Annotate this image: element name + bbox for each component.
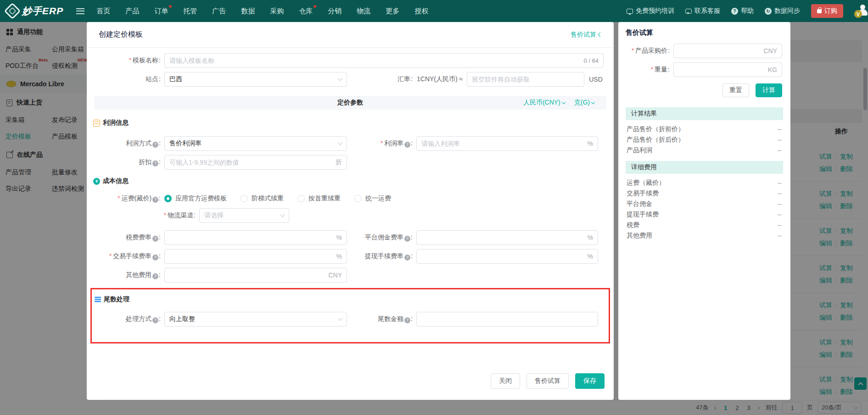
fee-section-header: 详细费用 (626, 161, 783, 174)
purchase-price-row: *产品采购价 CNY (626, 44, 783, 58)
cost-icon: ¥ (93, 178, 100, 185)
bag-icon (817, 9, 822, 13)
profit-mode-select[interactable]: 售价利润率 (164, 136, 347, 151)
trial-panel-buttons: 重置 计算 (626, 83, 782, 97)
commission-rate-input[interactable] (421, 234, 585, 241)
profit-rate-input[interactable] (421, 140, 585, 147)
help-icon[interactable]: ? (152, 236, 158, 242)
profit-rate-label: 利润率 (384, 139, 403, 147)
modal-footer: 关闭 售价试算 保存 (87, 373, 614, 400)
fee-row: 交易手续费-- (626, 188, 783, 199)
nav-item-warehouse[interactable]: 仓库 (299, 7, 313, 16)
nav-item-purchase[interactable]: 采购 (270, 7, 284, 16)
purchase-price-label: 产品采购价 (635, 47, 667, 54)
handle-mode-label: 处理方式 (126, 315, 151, 322)
calculate-button[interactable]: 计算 (756, 83, 782, 97)
tail-amount-label: 尾数金额 (378, 315, 403, 322)
nav-item-auth[interactable]: 授权 (414, 7, 428, 16)
radio-tiered-weight[interactable]: 阶梯式续重 (241, 194, 284, 203)
data-sync-link[interactable]: ↻数据同步 (765, 7, 800, 15)
support-link[interactable]: 联系客服 (685, 7, 720, 15)
weight-unit-select[interactable]: 克(G) (574, 99, 594, 107)
modal-title: 创建定价模板 (99, 30, 143, 39)
help-icon[interactable]: ? (152, 255, 158, 260)
discount-field: 折 (164, 155, 347, 170)
weight-input[interactable] (678, 66, 765, 73)
create-pricing-template-modal: 创建定价模板 售价试算 *模板名称 0 / 64 站点 巴西 汇率 1CNY(人… (87, 22, 614, 400)
tail-amount-field (416, 312, 598, 326)
site-select[interactable]: 巴西 (164, 72, 347, 87)
brand[interactable]: 妙手ERP (6, 5, 63, 17)
close-button[interactable]: 关闭 (491, 373, 520, 389)
help-link[interactable]: ?帮助 (731, 7, 754, 15)
modal-body: *模板名称 0 / 64 站点 巴西 汇率 1CNY(人民币) ≈ USD 定价… (87, 48, 614, 343)
logistics-channel-select[interactable]: 请选择 (199, 208, 289, 223)
trial-calc-button[interactable]: 售价试算 (526, 373, 569, 389)
result-row: 产品售价（折前价）-- (626, 124, 783, 134)
nav-item-product[interactable]: 产品 (125, 7, 139, 16)
user-avatar[interactable]: V (854, 4, 868, 18)
nav-item-more[interactable]: 更多 (386, 7, 399, 16)
tax-rate-input[interactable] (169, 234, 334, 241)
logistics-channel-row: *物流渠道 请选择 (87, 208, 614, 223)
other-fee-input[interactable] (169, 271, 325, 279)
nav-item-hosting[interactable]: 托管 (183, 7, 197, 16)
trial-panel-title: 售价试算 (626, 28, 783, 37)
help-icon[interactable]: ? (152, 160, 158, 166)
site-rate-row: 站点 巴西 汇率 1CNY(人民币) ≈ USD (87, 72, 614, 87)
monitor-icon (627, 9, 633, 14)
radio-unified-freight[interactable]: 统一运费 (354, 194, 391, 203)
currency-select[interactable]: 人民币(CNY) (523, 99, 565, 107)
template-name-input[interactable] (169, 57, 581, 64)
hamburger-icon[interactable] (76, 8, 84, 14)
withdraw-rate-label: 提现手续费率 (365, 252, 403, 260)
transaction-rate-input[interactable] (169, 253, 334, 260)
help-icon[interactable]: ? (152, 273, 158, 279)
nav-item-distribution[interactable]: 分销 (328, 7, 342, 16)
exchange-rate-input[interactable] (472, 76, 579, 83)
help-icon[interactable]: ? (152, 197, 158, 203)
fee-row: 运费（藏价）-- (626, 177, 783, 188)
nav-item-home[interactable]: 首页 (96, 7, 110, 16)
discount-input[interactable] (169, 159, 333, 166)
withdraw-rate-input[interactable] (421, 253, 585, 260)
reset-button[interactable]: 重置 (722, 83, 749, 97)
training-link[interactable]: 免费预约培训 (627, 7, 674, 15)
help-icon[interactable]: ? (404, 255, 410, 260)
profit-mode-label: 利润方式 (126, 139, 151, 147)
radio-first-continue-weight[interactable]: 按首重续重 (297, 194, 341, 203)
help-icon[interactable]: ? (404, 236, 410, 242)
nav-item-data[interactable]: 数据 (241, 7, 255, 16)
chevron-down-icon (338, 76, 343, 81)
trial-panel-toggle[interactable]: 售价试算 (571, 31, 602, 39)
freight-row: *运费(藏价)? 应用官方运费模板 阶梯式续重 按首重续重 统一运费 (87, 194, 614, 204)
tail-amount-input[interactable] (421, 315, 593, 323)
purchase-price-input[interactable] (678, 47, 761, 55)
nav-item-orders[interactable]: 订单 (154, 7, 168, 16)
help-icon[interactable]: ? (152, 142, 158, 148)
handle-mode-select[interactable]: 向上取整 (164, 312, 347, 326)
subscribe-button[interactable]: 订购 (811, 4, 843, 18)
exchange-rate-label: 汇率 (398, 75, 410, 83)
cost-section-header: ¥ 成本信息 (93, 177, 614, 185)
radio-official-freight-template[interactable]: 应用官方运费模板 (164, 194, 227, 203)
chevron-down-icon (338, 316, 343, 321)
nav-item-logistics[interactable]: 物流 (357, 7, 370, 16)
rate-target-currency: USD (589, 76, 603, 83)
save-button[interactable]: 保存 (575, 373, 605, 389)
transaction-withdraw-row: *交易手续费率? % 提现手续费率? % (87, 249, 614, 264)
radio-selected-icon (164, 195, 172, 202)
rate-prefix: 1CNY(人民币) ≈ (417, 75, 463, 83)
other-fee-field: CNY (164, 268, 347, 282)
profit-rate-field: % (416, 136, 598, 151)
logistics-channel-label: 物流渠道 (168, 211, 193, 219)
chevron-down-icon (591, 100, 595, 104)
help-icon[interactable]: ? (404, 317, 410, 323)
weight-row: *重量 KG (626, 62, 783, 77)
site-label: 站点 (146, 75, 158, 83)
help-icon[interactable]: ? (404, 142, 410, 148)
nav-item-ads[interactable]: 广告 (212, 7, 226, 16)
profit-icon (93, 120, 100, 127)
discount-row: 折扣? 折 (87, 155, 614, 170)
help-icon[interactable]: ? (152, 317, 158, 323)
